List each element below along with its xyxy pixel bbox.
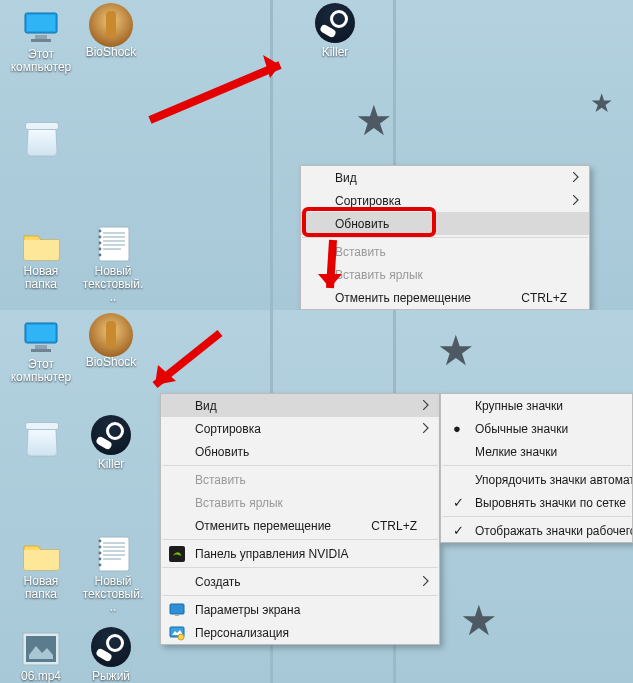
icon-label: Новая папка [10, 265, 72, 291]
desktop-icon-new-folder[interactable]: Новая папка [10, 535, 72, 601]
menu-label: Сортировка [195, 422, 261, 436]
folder-icon [17, 535, 65, 573]
menu-item-view[interactable]: Вид [301, 166, 589, 189]
menu-label: Сортировка [335, 194, 401, 208]
menu-shortcut: CTRL+Z [521, 291, 567, 305]
menu-item-view[interactable]: Вид [161, 394, 439, 417]
menu-label: Обычные значки [475, 422, 568, 436]
wallpaper-star-icon: ★ [590, 90, 613, 116]
desktop-icon-bioshock[interactable]: BioShock [80, 6, 142, 59]
menu-item-paste: Вставить [301, 240, 589, 263]
menu-label: Отменить перемещение [195, 519, 331, 533]
menu-label: Мелкие значки [475, 445, 557, 459]
menu-item-sort[interactable]: Сортировка [161, 417, 439, 440]
menu-label: Отображать значки рабочего [475, 524, 633, 538]
desktop-icon-video[interactable]: 06.mp4 [10, 630, 72, 683]
icon-label: Этот компьютер [10, 48, 72, 74]
desktop-icon-new-folder[interactable]: Новая папка [10, 225, 72, 291]
menu-separator [302, 237, 588, 238]
folder-icon [17, 225, 65, 263]
menu-label: Вставить ярлык [335, 268, 423, 282]
submenu-arrow-icon [423, 422, 429, 436]
submenu-item-large-icons[interactable]: Крупные значки [441, 394, 632, 417]
menu-label: Упорядочить значки автомат [475, 473, 633, 487]
icon-label: Killer [80, 458, 142, 471]
steam-icon [311, 6, 359, 44]
text-doc-icon [89, 225, 137, 263]
bioshock-icon [87, 6, 135, 44]
menu-separator [162, 567, 438, 568]
icon-label: BioShock [80, 356, 142, 369]
menu-separator [442, 465, 631, 466]
wallpaper-star-icon: ★ [355, 100, 393, 142]
desktop-icon-computer[interactable]: Этот компьютер [10, 8, 72, 74]
wallpaper-line [270, 0, 273, 310]
menu-separator [442, 516, 631, 517]
menu-label: Персонализация [195, 626, 289, 640]
menu-item-paste-shortcut: Вставить ярлык [161, 491, 439, 514]
svg-marker-23 [155, 365, 176, 385]
menu-item-nvidia[interactable]: Панель управления NVIDIA [161, 542, 439, 565]
menu-separator [162, 539, 438, 540]
submenu-arrow-icon [423, 399, 429, 413]
menu-item-undo-move[interactable]: Отменить перемещениеCTRL+Z [161, 514, 439, 537]
menu-label: Вставить [335, 245, 386, 259]
wallpaper-star-icon: ★ [437, 330, 475, 372]
menu-shortcut: CTRL+Z [371, 519, 417, 533]
menu-label: Обновить [335, 217, 389, 231]
desktop-icon-computer[interactable]: Этот компьютер [10, 318, 72, 384]
desktop-icon-ryzhiy[interactable]: Рыжий [80, 630, 142, 683]
menu-label: Панель управления NVIDIA [195, 547, 349, 561]
menu-label: Отменить перемещение [335, 291, 471, 305]
desktop-icon-recycle[interactable] [10, 418, 72, 458]
menu-label: Вид [335, 171, 357, 185]
desktop-icon-recycle[interactable] [10, 118, 72, 158]
menu-item-paste-shortcut: Вставить ярлык [301, 263, 589, 286]
steam-icon [87, 630, 135, 668]
submenu-item-align-grid[interactable]: ✓Выровнять значки по сетке [441, 491, 632, 514]
menu-item-refresh[interactable]: Обновить [301, 212, 589, 235]
icon-label: Новый текстовый... [82, 265, 144, 304]
check-icon: ✓ [453, 523, 464, 538]
menu-item-sort[interactable]: Сортировка [301, 189, 589, 212]
submenu-item-auto-arrange[interactable]: Упорядочить значки автомат [441, 468, 632, 491]
context-menu: Вид Сортировка Обновить Вставить Вставит… [160, 393, 440, 645]
menu-separator [162, 595, 438, 596]
submenu-item-show-icons[interactable]: ✓Отображать значки рабочего [441, 519, 632, 542]
submenu-view: Крупные значки ●Обычные значки Мелкие зн… [440, 393, 633, 543]
menu-item-paste: Вставить [161, 468, 439, 491]
submenu-arrow-icon [573, 194, 579, 208]
personalize-icon [169, 625, 185, 641]
menu-item-create[interactable]: Создать [161, 570, 439, 593]
menu-separator [162, 465, 438, 466]
bioshock-icon [87, 316, 135, 354]
submenu-item-medium-icons[interactable]: ●Обычные значки [441, 417, 632, 440]
menu-label: Создать [195, 575, 241, 589]
desktop-bottom: ★ ★ Этот компьютер BioShock Killer Новая… [0, 310, 633, 683]
desktop-icon-new-doc[interactable]: Новый текстовый... [82, 535, 144, 614]
computer-icon [17, 8, 65, 46]
icon-label: Killer [304, 46, 366, 59]
menu-item-undo-move[interactable]: Отменить перемещениеCTRL+Z [301, 286, 589, 309]
submenu-item-small-icons[interactable]: Мелкие значки [441, 440, 632, 463]
desktop-icon-bioshock[interactable]: BioShock [80, 316, 142, 369]
desktop-icon-killer[interactable]: Killer [80, 418, 142, 471]
steam-icon [87, 418, 135, 456]
menu-label: Выровнять значки по сетке [475, 496, 626, 510]
menu-label: Вставить [195, 473, 246, 487]
menu-item-display-settings[interactable]: Параметры экрана [161, 598, 439, 621]
icon-label: Этот компьютер [10, 358, 72, 384]
text-doc-icon [89, 535, 137, 573]
menu-label: Крупные значки [475, 399, 563, 413]
icon-label: BioShock [80, 46, 142, 59]
submenu-arrow-icon [573, 171, 579, 185]
menu-item-personalize[interactable]: Персонализация [161, 621, 439, 644]
icon-label: Рыжий [80, 670, 142, 683]
desktop-icon-killer[interactable]: Killer [304, 6, 366, 59]
menu-label: Параметры экрана [195, 603, 300, 617]
nvidia-icon [169, 546, 185, 562]
menu-item-refresh[interactable]: Обновить [161, 440, 439, 463]
menu-label: Вид [195, 399, 217, 413]
check-icon: ✓ [453, 495, 464, 510]
desktop-icon-new-doc[interactable]: Новый текстовый... [82, 225, 144, 304]
